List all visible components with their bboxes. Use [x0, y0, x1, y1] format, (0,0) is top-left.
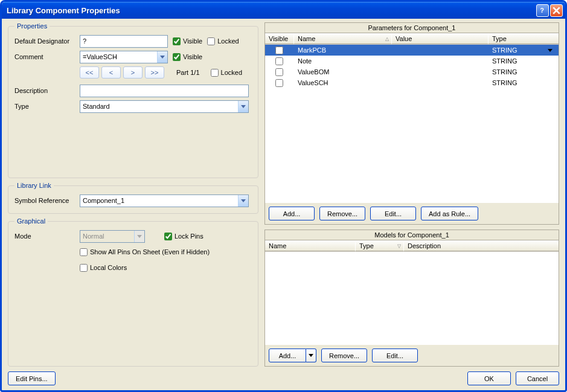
library-link-legend: Library Link — [14, 182, 54, 189]
part-first-button[interactable]: << — [80, 66, 99, 79]
row-name: ValueBOM — [294, 68, 392, 76]
row-visible-checkbox[interactable] — [275, 79, 283, 87]
symbol-reference-label: Symbol Reference — [14, 197, 80, 204]
parameters-body[interactable]: MarkPCBSTRINGNoteSTRINGValueBOMSTRINGVal… — [265, 45, 559, 203]
chevron-down-icon — [157, 51, 167, 63]
symbol-reference-combo[interactable]: Component_1 — [80, 194, 249, 207]
description-label: Description — [14, 87, 80, 94]
part-last-button[interactable]: >> — [145, 66, 164, 79]
parameters-panel: Parameters for Component_1 Visible Name△… — [264, 22, 559, 225]
col-model-description[interactable]: Description — [404, 240, 559, 251]
comment-label: Comment — [14, 53, 80, 60]
chevron-down-icon — [238, 101, 248, 112]
row-visible-checkbox[interactable] — [275, 57, 283, 65]
row-type: STRING — [489, 68, 559, 76]
param-edit-button[interactable]: Edit... — [370, 207, 416, 220]
col-model-name[interactable]: Name — [265, 240, 356, 251]
mode-combo: Normal — [80, 230, 145, 243]
col-value[interactable]: Value — [392, 33, 489, 44]
models-body[interactable] — [265, 252, 559, 345]
lock-pins-checkbox[interactable]: Lock Pins — [164, 233, 203, 240]
title-bar: Library Component Properties ? — [2, 2, 565, 19]
close-icon — [553, 7, 560, 14]
row-type: STRING — [489, 47, 559, 54]
model-edit-button[interactable]: Edit... — [372, 349, 418, 362]
help-button[interactable]: ? — [536, 4, 549, 17]
col-visible[interactable]: Visible — [265, 33, 294, 44]
graphical-legend: Graphical — [14, 217, 48, 225]
properties-legend: Properties — [14, 22, 50, 30]
col-model-type[interactable]: Type▽ — [356, 240, 404, 251]
help-icon: ? — [539, 7, 546, 14]
window-title: Library Component Properties — [7, 6, 535, 15]
table-row[interactable]: ValueBOMSTRING — [265, 66, 559, 77]
col-name[interactable]: Name△ — [294, 33, 392, 44]
svg-text:?: ? — [540, 7, 543, 14]
part-next-button[interactable]: > — [123, 66, 143, 79]
table-row[interactable]: ValueSCHSTRING — [265, 77, 559, 88]
edit-pins-button[interactable]: Edit Pins... — [8, 371, 56, 385]
designator-locked-checkbox[interactable]: Locked — [207, 37, 239, 45]
ok-button[interactable]: OK — [467, 371, 511, 385]
chevron-down-icon — [134, 231, 144, 242]
models-title: Models for Component_1 — [265, 230, 559, 240]
models-panel: Models for Component_1 Name Type▽ Descri… — [264, 230, 559, 367]
chevron-down-icon — [238, 195, 248, 207]
param-remove-button[interactable]: Remove... — [319, 207, 365, 220]
row-name: MarkPCB — [294, 47, 392, 54]
sort-desc-icon: ▽ — [397, 243, 401, 249]
library-link-group: Library Link Symbol Reference Component_… — [8, 182, 258, 214]
row-name: ValueSCH — [294, 79, 392, 86]
model-add-button[interactable]: Add... — [269, 349, 306, 362]
cancel-button[interactable]: Cancel — [516, 371, 559, 385]
dialog-footer: Edit Pins... OK Cancel — [8, 371, 559, 385]
graphical-group: Graphical Mode Normal Lock Pins — [8, 217, 258, 367]
description-input[interactable] — [80, 85, 249, 97]
local-colors-checkbox[interactable]: Local Colors — [80, 264, 127, 272]
type-label: Type — [14, 103, 80, 110]
part-locked-checkbox[interactable]: Locked — [211, 69, 242, 77]
show-all-pins-checkbox[interactable]: Show All Pins On Sheet (Even if Hidden) — [80, 248, 210, 256]
row-type: STRING — [489, 79, 559, 86]
client-area: Properties Default Designator Visible Lo… — [2, 19, 565, 390]
param-add-as-rule-button[interactable]: Add as Rule... — [421, 207, 478, 220]
model-remove-button[interactable]: Remove... — [321, 349, 367, 362]
chevron-down-icon[interactable] — [306, 349, 316, 362]
row-name: Note — [294, 57, 392, 65]
table-row[interactable]: MarkPCBSTRING — [265, 45, 559, 56]
col-type[interactable]: Type — [489, 33, 559, 44]
type-combo[interactable]: Standard — [80, 100, 249, 113]
comment-combo[interactable]: =ValueSCH — [80, 51, 168, 63]
close-button[interactable] — [550, 4, 563, 17]
table-row[interactable]: NoteSTRING — [265, 56, 559, 66]
param-add-button[interactable]: Add... — [269, 207, 315, 220]
parameters-title: Parameters for Component_1 — [265, 23, 559, 33]
part-indicator: Part 1/1 — [176, 69, 200, 76]
designator-visible-checkbox[interactable]: Visible — [173, 37, 202, 45]
row-visible-checkbox[interactable] — [275, 47, 283, 54]
default-designator-label: Default Designator — [14, 37, 80, 45]
default-designator-input[interactable] — [80, 35, 168, 48]
parameters-header: Visible Name△ Value Type — [265, 33, 559, 45]
row-type: STRING — [489, 57, 559, 65]
dialog-window: Library Component Properties ? Propertie… — [0, 0, 567, 392]
chevron-down-icon[interactable] — [545, 47, 554, 54]
models-header: Name Type▽ Description — [265, 240, 559, 252]
mode-label: Mode — [14, 233, 80, 240]
part-prev-button[interactable]: < — [101, 66, 121, 79]
properties-group: Properties Default Designator Visible Lo… — [8, 22, 258, 178]
sort-asc-icon: △ — [385, 36, 389, 42]
comment-visible-checkbox[interactable]: Visible — [173, 53, 202, 61]
model-add-splitbutton[interactable]: Add... — [269, 349, 316, 362]
row-visible-checkbox[interactable] — [275, 68, 283, 76]
